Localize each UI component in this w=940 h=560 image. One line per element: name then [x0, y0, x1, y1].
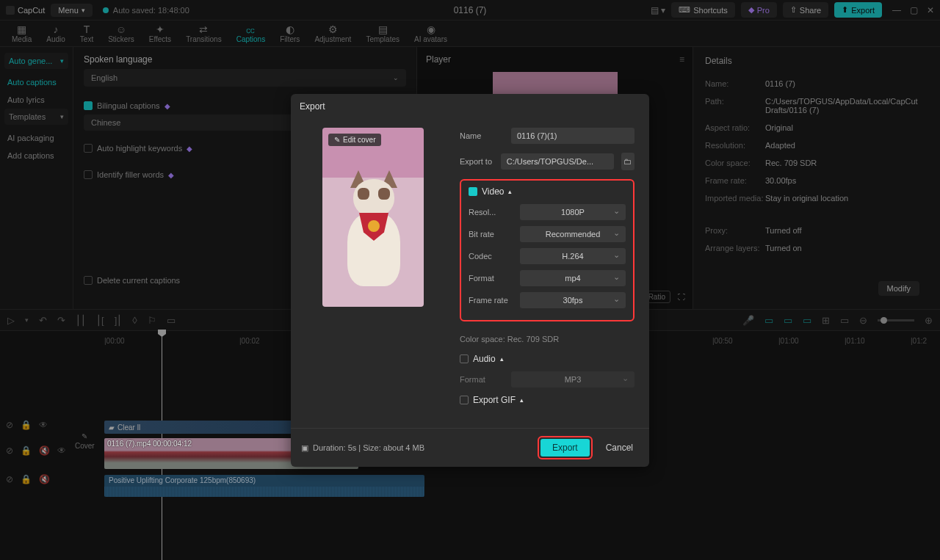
audio-format-label: Format — [460, 375, 504, 384]
folder-icon: 🗀 — [623, 157, 632, 166]
checkbox-off-icon — [460, 396, 469, 404]
opt-value: 30fps — [563, 296, 583, 305]
opt-label: Codec — [469, 252, 513, 261]
audio-format-value: MP3 — [565, 375, 582, 384]
opt-label: Format — [469, 274, 513, 283]
opt-select-bitrate[interactable]: Recommended — [520, 226, 626, 242]
edit-cover-label: Edit cover — [343, 136, 375, 144]
footer-actions: Export Cancel — [538, 436, 639, 459]
export-highlight-box: Export — [538, 436, 593, 459]
edit-cover-button[interactable]: ✎ Edit cover — [328, 134, 381, 146]
color-space-info: Color space: Rec. 709 SDR — [460, 329, 634, 349]
video-opt-row: Formatmp4 — [469, 270, 626, 286]
opt-value: H.264 — [562, 252, 583, 261]
film-icon: ▣ — [301, 443, 308, 453]
export-form: Name Export to 🗀 Video ▴ Res — [460, 128, 640, 428]
opt-value: mp4 — [565, 274, 580, 283]
opt-select-codec[interactable]: H.264 — [520, 248, 626, 264]
gif-section-label: Export GIF — [473, 395, 516, 405]
opt-label: Frame rate — [469, 296, 513, 305]
video-opt-row: Bit rateRecommended — [469, 226, 626, 242]
name-input[interactable] — [511, 128, 634, 144]
name-label: Name — [460, 131, 504, 140]
audio-section-header[interactable]: Audio ▴ — [460, 354, 634, 364]
checkbox-on-icon — [469, 187, 477, 196]
opt-select-format[interactable]: mp4 — [520, 270, 626, 286]
chevron-up-icon: ▴ — [520, 396, 524, 404]
checkbox-off-icon — [460, 354, 469, 363]
opt-value: Recommended — [546, 230, 601, 239]
export-modal: Export ✎ Edit cover — [291, 94, 649, 467]
chevron-up-icon: ▴ — [500, 355, 504, 363]
pencil-icon: ✎ — [334, 136, 340, 144]
export-to-row: Export to 🗀 — [460, 153, 634, 170]
modal-body: ✎ Edit cover Name — [291, 119, 649, 428]
modal-footer: ▣ Duration: 5s | Size: about 4 MB Export… — [291, 428, 649, 467]
audio-format-row: Format MP3 — [460, 371, 634, 388]
video-section-label: Video — [482, 186, 504, 197]
browse-folder-button[interactable]: 🗀 — [621, 153, 634, 170]
gif-section-header[interactable]: Export GIF ▴ — [460, 395, 634, 405]
cover-preview: ✎ Edit cover — [322, 128, 424, 307]
modal-export-button[interactable]: Export — [540, 439, 590, 457]
video-opt-row: Frame rate30fps — [469, 292, 626, 308]
opt-label: Bit rate — [469, 230, 513, 239]
opt-value: 1080P — [561, 208, 585, 217]
video-opt-row: Resol...1080P — [469, 204, 626, 220]
video-section-header[interactable]: Video ▴ — [469, 186, 626, 197]
modal-title: Export — [291, 94, 649, 119]
export-to-label: Export to — [460, 157, 494, 166]
name-row: Name — [460, 128, 634, 144]
opt-label: Resol... — [469, 208, 513, 217]
audio-format-select[interactable]: MP3 — [511, 371, 634, 388]
modal-overlay: Export ✎ Edit cover — [0, 0, 940, 560]
opt-select-resol[interactable]: 1080P — [520, 204, 626, 220]
video-clip-label: 0116 (7).mp4 00:00:04:12 — [107, 440, 192, 448]
video-opt-row: CodecH.264 — [469, 248, 626, 264]
duration-text: Duration: 5s | Size: about 4 MB — [313, 443, 424, 452]
cover-cat-art — [337, 172, 411, 297]
video-settings-highlight: Video ▴ Resol...1080PBit rateRecommended… — [460, 179, 634, 321]
chevron-up-icon: ▴ — [508, 188, 512, 195]
opt-select-framerate[interactable]: 30fps — [520, 292, 626, 308]
duration-info: ▣ Duration: 5s | Size: about 4 MB — [301, 443, 424, 453]
export-to-input[interactable] — [501, 153, 614, 170]
audio-section-label: Audio — [473, 354, 496, 364]
cover-column: ✎ Edit cover — [300, 128, 446, 428]
modal-cancel-button[interactable]: Cancel — [600, 439, 639, 457]
